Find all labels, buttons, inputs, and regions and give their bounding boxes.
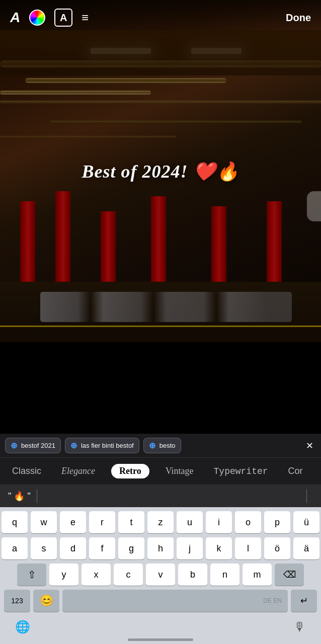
key-i[interactable]: i <box>206 511 232 533</box>
font-size-icon[interactable]: A <box>10 10 20 26</box>
hashtag-plus-icon-1: ⊕ <box>70 441 77 450</box>
key-g[interactable]: g <box>118 537 144 559</box>
brightness-slider[interactable] <box>307 191 321 221</box>
key-r[interactable]: r <box>89 511 115 533</box>
hashtag-suggestions: ⊕ bestof 2021 ⊕ las fier binti bestof ⊕ … <box>0 434 321 458</box>
font-background-button[interactable]: A <box>54 9 72 27</box>
key-l[interactable]: l <box>235 537 261 559</box>
key-a-umlaut[interactable]: ä <box>293 537 319 559</box>
font-retro[interactable]: Retro <box>111 464 149 478</box>
key-u-umlaut[interactable]: ü <box>293 511 319 533</box>
font-elegance[interactable]: Elegance <box>57 464 99 478</box>
font-selector: Classic Elegance Retro Vintage Typewrite… <box>0 458 321 485</box>
key-t[interactable]: t <box>118 511 144 533</box>
font-classic[interactable]: Classic <box>8 464 45 478</box>
emoji-key[interactable]: 😊 <box>33 590 59 612</box>
toolbar-left: A A ≡ <box>10 9 89 27</box>
key-y[interactable]: y <box>49 564 78 586</box>
hashtag-label-0: bestof 2021 <box>21 442 55 449</box>
globe-icon[interactable]: 🌐 <box>15 620 30 634</box>
key-c[interactable]: c <box>114 564 143 586</box>
font-vintage[interactable]: Vintage <box>162 464 198 478</box>
home-indicator <box>128 638 193 641</box>
hashtag-chip-0[interactable]: ⊕ bestof 2021 <box>5 438 61 453</box>
alignment-button[interactable]: ≡ <box>82 11 89 25</box>
font-box-label: A <box>60 12 67 24</box>
key-row-3: ⇧ y x c v b n m ⌫ <box>2 564 319 586</box>
hashtag-plus-icon: ⊕ <box>11 441 17 450</box>
space-lang-label: DE EN <box>263 597 282 604</box>
key-j[interactable]: j <box>177 537 203 559</box>
key-z[interactable]: z <box>147 511 174 533</box>
color-picker-button[interactable] <box>29 10 45 26</box>
font-typewriter[interactable]: Typewriter <box>210 464 272 478</box>
divider-1 <box>37 489 37 503</box>
divider-2 <box>306 489 307 503</box>
hashtag-label-1: las fier binti bestof <box>81 442 134 449</box>
numbers-key[interactable]: 123 <box>4 590 30 612</box>
quote-text: " 🔥 " <box>8 491 31 502</box>
key-o-umlaut[interactable]: ö <box>264 537 290 559</box>
key-k[interactable]: k <box>206 537 232 559</box>
done-button[interactable]: Done <box>286 12 311 24</box>
font-cor[interactable]: Cor <box>284 464 307 478</box>
system-row: 🌐 🎙 <box>0 616 321 644</box>
key-v[interactable]: v <box>146 564 175 586</box>
key-a[interactable]: a <box>2 537 28 559</box>
main-text-overlay[interactable]: Best of 2024! ❤️🔥 <box>0 161 321 182</box>
space-key[interactable]: DE EN <box>62 590 288 612</box>
autocomplete-row: " 🔥 " <box>0 485 321 507</box>
key-b[interactable]: b <box>178 564 207 586</box>
hashtag-chip-1[interactable]: ⊕ las fier binti bestof <box>65 438 139 453</box>
key-d[interactable]: d <box>60 537 86 559</box>
key-n[interactable]: n <box>210 564 239 586</box>
key-p[interactable]: p <box>264 511 290 533</box>
key-row-1: q w e r t z u i o p ü <box>2 511 319 533</box>
hashtag-plus-icon-2: ⊕ <box>149 441 155 450</box>
key-m[interactable]: m <box>243 564 272 586</box>
hashtag-label-2: besto <box>159 442 176 449</box>
hashtag-chip-2[interactable]: ⊕ besto <box>143 438 181 453</box>
shift-key[interactable]: ⇧ <box>17 564 46 586</box>
key-s[interactable]: s <box>31 537 57 559</box>
key-row-2: a s d f g h j k l ö ä <box>2 537 319 559</box>
key-w[interactable]: w <box>31 511 57 533</box>
key-o[interactable]: o <box>235 511 261 533</box>
function-row: 123 😊 DE EN ↵ <box>2 590 319 614</box>
key-h[interactable]: h <box>147 537 174 559</box>
key-q[interactable]: q <box>2 511 28 533</box>
keyboard: q w e r t z u i o p ü a s d f g h j k l … <box>0 507 321 616</box>
return-key[interactable]: ↵ <box>291 590 317 612</box>
key-x[interactable]: x <box>82 564 111 586</box>
key-u[interactable]: u <box>177 511 203 533</box>
bottom-panel: ⊕ bestof 2021 ⊕ las fier binti bestof ⊕ … <box>0 434 321 644</box>
hashtag-close-button[interactable]: ✕ <box>303 440 316 451</box>
toolbar: A A ≡ Done <box>0 0 321 35</box>
key-e[interactable]: e <box>60 511 86 533</box>
key-f[interactable]: f <box>89 537 115 559</box>
delete-key[interactable]: ⌫ <box>275 564 304 586</box>
microphone-icon[interactable]: 🎙 <box>294 620 306 634</box>
